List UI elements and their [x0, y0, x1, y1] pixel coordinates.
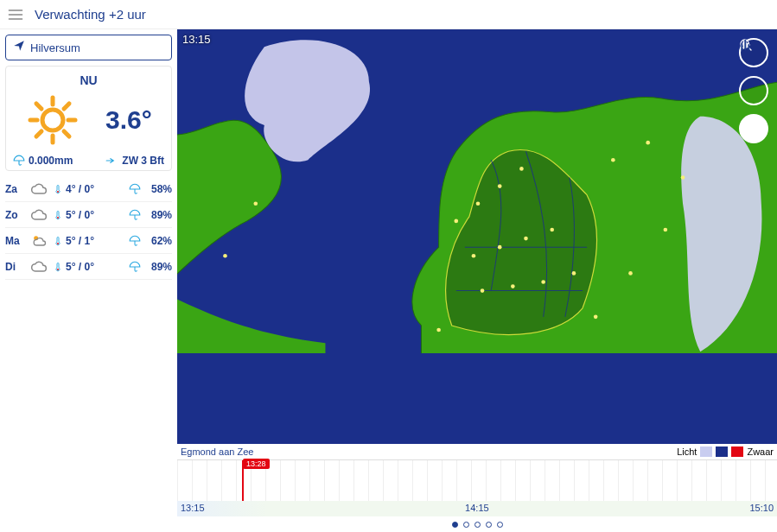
- svg-point-12: [498, 245, 502, 250]
- svg-point-7: [454, 219, 458, 224]
- current-weather-card: NU 3.6°: [5, 66, 172, 171]
- now-label: NU: [13, 73, 164, 87]
- radar-map[interactable]: 13:15: [177, 29, 777, 444]
- thermometer-icon: [50, 208, 66, 222]
- forecast-day: Ma: [5, 235, 28, 247]
- precipitation-timeline[interactable]: 13:28: [177, 459, 777, 501]
- forecast-row[interactable]: Zo5° / 0°89%: [5, 202, 172, 228]
- svg-point-1: [42, 110, 63, 130]
- page-title: Verwachting +2 uur: [35, 7, 146, 22]
- sun-cloud-icon: [28, 232, 50, 250]
- current-wind: ZW 3 Bft: [105, 155, 164, 167]
- legend-medium-swatch: [716, 446, 728, 457]
- svg-point-11: [472, 254, 476, 258]
- svg-point-19: [611, 158, 615, 162]
- umbrella-icon: [13, 155, 25, 167]
- search-input[interactable]: [30, 41, 175, 54]
- svg-point-10: [519, 167, 524, 171]
- hamburger-menu-icon[interactable]: [7, 6, 24, 23]
- legend-light-swatch: [700, 446, 712, 457]
- umbrella-icon: [127, 261, 143, 273]
- svg-point-18: [572, 271, 576, 276]
- map-timestamp: 13:15: [182, 33, 211, 46]
- forecast-precip-pct: 58%: [143, 183, 172, 195]
- svg-point-26: [253, 201, 258, 206]
- forecast-day: Za: [5, 183, 28, 195]
- forecast-row[interactable]: Za4° / 0°58%: [5, 176, 172, 202]
- location-search[interactable]: [5, 35, 172, 60]
- timeline-cursor-label: 13:28: [243, 459, 270, 469]
- forecast-temps: 5° / 0°: [66, 261, 127, 273]
- forecast-day: Di: [5, 261, 28, 273]
- svg-point-17: [541, 280, 545, 284]
- forecast-temps: 5° / 0°: [66, 209, 127, 221]
- svg-point-27: [223, 254, 227, 258]
- svg-point-8: [476, 201, 481, 206]
- svg-point-20: [646, 141, 650, 145]
- svg-point-13: [524, 237, 528, 241]
- forecast-temps: 4° / 0°: [66, 183, 127, 195]
- svg-point-25: [436, 328, 441, 332]
- forecast-row[interactable]: Ma5° / 1°62%: [5, 228, 172, 254]
- forecast-temps: 5° / 1°: [66, 235, 127, 247]
- svg-point-14: [550, 228, 554, 232]
- thermometer-icon: [50, 182, 66, 196]
- forecast-list: Za4° / 0°58%Zo5° / 0°89%Ma5° / 1°62%Di5°…: [5, 176, 172, 280]
- wind-icon: [105, 155, 118, 167]
- svg-point-24: [594, 315, 598, 320]
- thermometer-icon: [50, 260, 66, 274]
- svg-point-2: [57, 191, 59, 193]
- forecast-row[interactable]: Di5° / 0°89%: [5, 254, 172, 280]
- svg-point-6: [57, 269, 59, 270]
- svg-point-3: [57, 217, 59, 218]
- cloud-icon: [28, 180, 50, 198]
- pager-dot[interactable]: [463, 522, 469, 528]
- forecast-day: Zo: [5, 209, 28, 221]
- pager-dot[interactable]: [486, 522, 492, 528]
- cloud-icon: [28, 258, 50, 276]
- pager-dot[interactable]: [474, 522, 481, 528]
- svg-point-15: [481, 288, 485, 293]
- legend-heavy-swatch: [731, 446, 743, 457]
- forecast-precip-pct: 89%: [143, 209, 172, 221]
- pager-dot[interactable]: [452, 522, 458, 528]
- pager-dots[interactable]: [177, 516, 777, 532]
- sun-icon: [25, 92, 80, 148]
- svg-point-16: [511, 284, 515, 288]
- cloud-icon: [28, 206, 50, 224]
- svg-point-23: [628, 271, 633, 276]
- pager-dot[interactable]: [497, 522, 503, 528]
- thermometer-icon: [50, 234, 66, 248]
- current-temperature: 3.6°: [105, 105, 152, 135]
- forecast-precip-pct: 89%: [143, 261, 172, 273]
- svg-point-22: [664, 228, 668, 232]
- svg-point-5: [57, 243, 59, 244]
- time-axis: 13:15 14:15 15:10: [177, 501, 777, 516]
- svg-point-9: [498, 184, 502, 188]
- current-precipitation: 0.000mm: [13, 155, 73, 167]
- umbrella-icon: [127, 209, 143, 221]
- forecast-precip-pct: 62%: [143, 235, 172, 247]
- cursor-location: Egmond aan Zee: [181, 446, 253, 457]
- location-arrow-icon: [13, 40, 25, 55]
- svg-point-21: [681, 175, 685, 180]
- precipitation-legend: Licht Zwaar: [677, 446, 774, 457]
- chart-button[interactable]: [739, 114, 768, 143]
- umbrella-icon: [127, 183, 143, 195]
- zoom-in-button[interactable]: [739, 76, 768, 105]
- umbrella-icon: [127, 235, 143, 247]
